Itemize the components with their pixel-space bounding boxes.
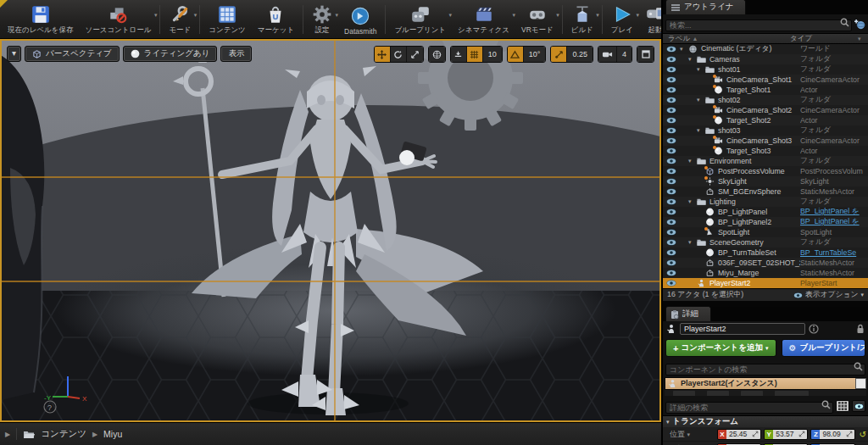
visibility-eye-icon[interactable]: [663, 86, 680, 93]
axis-value[interactable]: 53.57: [773, 429, 798, 440]
outliner-row-spotlight[interactable]: SpotLightSpotLight: [663, 227, 868, 237]
add-component-button[interactable]: +コンポーネントを追加▾: [665, 339, 776, 357]
outliner-row-playerstart2[interactable]: PlayerStart2PlayerStart: [663, 278, 868, 288]
toolbar-button-settings[interactable]: ▾設定: [306, 2, 338, 37]
toolbar-button-scc[interactable]: ▾ソースコントロール: [80, 2, 158, 37]
outliner-row-environment[interactable]: ▾Environmentフォルダ: [663, 156, 868, 166]
visibility-eye-icon[interactable]: [663, 168, 680, 175]
visibility-eye-icon[interactable]: [663, 209, 680, 215]
toolbar-button-vr[interactable]: ▾VRモード: [515, 2, 559, 37]
column-label[interactable]: ラベル: [668, 34, 690, 42]
outliner-row-target_shot3[interactable]: Target_Shot3Actor: [663, 146, 868, 156]
maximize-viewport-button[interactable]: [637, 47, 654, 62]
caret-down-icon[interactable]: ▾: [556, 12, 559, 19]
visibility-eye-icon[interactable]: [663, 46, 680, 53]
outliner-row-target_shot2[interactable]: Target_Shot2Actor: [663, 115, 868, 125]
visibility-eye-icon[interactable]: [663, 97, 680, 103]
expand-arrow-icon[interactable]: ▾: [688, 56, 696, 63]
outliner-row-target_shot1[interactable]: Target_Shot1Actor: [663, 85, 868, 95]
toolbar-button-datasmith[interactable]: Datasmith: [338, 2, 382, 37]
rotation-snap-button[interactable]: [508, 47, 524, 62]
grid-snap-button[interactable]: [467, 47, 483, 62]
axis-y-field[interactable]: Y53.57: [764, 429, 808, 440]
transform-section-header[interactable]: ▾トランスフォーム: [663, 415, 868, 427]
view-options-button[interactable]: 表示オプション▾: [793, 290, 864, 300]
breadcrumb-content[interactable]: コンテンツ: [41, 428, 86, 440]
visibility-eye-icon[interactable]: [663, 137, 680, 144]
expand-arrow-icon[interactable]: ▶: [5, 431, 10, 438]
drag-handle-icon[interactable]: [752, 429, 760, 440]
viewport-canvas[interactable]: -Y X ?: [2, 41, 659, 420]
tab-details[interactable]: 詳細: [665, 306, 711, 321]
axis-x-field[interactable]: X25.45: [717, 429, 761, 440]
visibility-eye-icon[interactable]: [663, 198, 680, 205]
tab-outliner[interactable]: アウトライナ: [665, 0, 746, 14]
actor-name-input[interactable]: [680, 323, 805, 335]
expand-arrow-icon[interactable]: ▾: [688, 158, 696, 164]
lock-icon[interactable]: [856, 324, 865, 334]
visibility-eye-icon[interactable]: [663, 127, 680, 134]
outliner-row-cinecamera_shot1[interactable]: CineCamera_Shot1CineCameraActor: [663, 75, 868, 85]
visibility-eye-icon[interactable]: [663, 178, 680, 185]
camera-speed-icon[interactable]: [598, 47, 617, 62]
perspective-button[interactable]: パースペクティブ: [25, 46, 120, 62]
blueprint-script-button[interactable]: ⚙ブループリント/スク: [782, 339, 865, 357]
outliner-row-shot01[interactable]: ▾shot01フォルダ: [663, 64, 868, 75]
toolbar-button-save[interactable]: 現在のレベルを保存: [2, 2, 80, 37]
drag-handle-icon[interactable]: [798, 429, 807, 440]
outliner-row-shot03[interactable]: ▾shot03フォルダ: [663, 125, 868, 136]
outliner-row-postprocessvolume[interactable]: PostProcessVolumePostProcessVolum: [663, 166, 868, 176]
outliner-row-miyu_marge[interactable]: Miyu_MargeStaticMeshActor: [663, 268, 868, 278]
breadcrumb-folder[interactable]: Miyu: [103, 429, 122, 439]
outliner-row-sm_bgenvsphere[interactable]: SM_BGEnvSphereStaticMeshActor: [663, 186, 868, 197]
show-button[interactable]: 表示: [220, 46, 252, 62]
expand-arrow-icon[interactable]: ▾: [688, 198, 696, 205]
caret-down-icon[interactable]: ▾: [154, 12, 158, 19]
caret-down-icon[interactable]: ▾: [596, 12, 599, 19]
visibility-eye-icon[interactable]: [663, 117, 680, 124]
viewport[interactable]: -Y X ? ▾ パースペクティブ ライティングあり 表示: [0, 39, 661, 422]
visibility-eye-icon[interactable]: [663, 66, 680, 73]
component-instance-row[interactable]: PlayerStart2(インスタンス): [665, 377, 866, 390]
property-matrix-button[interactable]: [836, 400, 849, 412]
viewport-options-button[interactable]: ▾: [7, 46, 21, 62]
visibility-eye-icon[interactable]: [663, 259, 680, 266]
visibility-eye-icon[interactable]: [663, 249, 680, 256]
actor-type-link[interactable]: BP_TurnTableSe: [800, 248, 868, 257]
reset-to-default-button[interactable]: ↺: [860, 430, 866, 439]
expand-arrow-icon[interactable]: ▾: [697, 127, 704, 134]
expand-arrow-icon[interactable]: ▾: [697, 97, 704, 103]
axis-value[interactable]: 98.09: [820, 429, 845, 440]
axis-value[interactable]: 25.45: [726, 429, 752, 440]
visibility-eye-icon[interactable]: [663, 147, 680, 154]
scroll-handle[interactable]: [855, 378, 866, 389]
toolbar-button-modes[interactable]: ▾モード: [163, 2, 197, 37]
info-icon[interactable]: [809, 324, 819, 334]
outliner-search-input[interactable]: [665, 19, 852, 31]
visibility-eye-icon[interactable]: [663, 280, 680, 286]
outliner-row-bp_turntableset[interactable]: BP_TurnTableSetBP_TurnTableSe: [663, 248, 868, 258]
outliner-row-cinecamera_shot2[interactable]: CineCamera_Shot2CineCameraActor: [663, 105, 868, 115]
actor-type-link[interactable]: BP_LightPanel を: [800, 217, 868, 227]
visibility-eye-icon[interactable]: [663, 56, 680, 63]
rotate-tool-button[interactable]: [391, 47, 407, 62]
toolbar-button-content[interactable]: コンテンツ: [203, 2, 252, 37]
toolbar-button-blueprint[interactable]: ▾ブループリント: [388, 2, 452, 37]
surface-snap-button[interactable]: [451, 47, 467, 62]
world-coord-button[interactable]: [429, 47, 445, 62]
outliner-row-skylight[interactable]: SkyLightSkyLight: [663, 176, 868, 186]
display-filter-button[interactable]: [852, 400, 865, 412]
transform-row-label[interactable]: 位置 ▾: [670, 429, 717, 440]
toolbar-button-market[interactable]: マーケット: [252, 2, 300, 37]
outliner-row-bp_lightpanel2[interactable]: BP_LightPanel2BP_LightPanel を: [663, 217, 868, 227]
column-type[interactable]: タイプ: [790, 34, 812, 42]
toolbar-button-play[interactable]: ▾プレイ: [605, 2, 639, 37]
outliner-row-cameras[interactable]: ▾Camerasフォルダ: [663, 54, 868, 64]
drag-handle-icon[interactable]: [846, 429, 854, 440]
visibility-eye-icon[interactable]: [663, 158, 680, 164]
outliner-row-cinecamera_shot3[interactable]: CineCamera_Shot3CineCameraActor: [663, 136, 868, 146]
translate-tool-button[interactable]: [375, 47, 391, 62]
toolbar-button-cinematics[interactable]: ▾シネマティクス: [452, 2, 515, 37]
axis-z-field[interactable]: Z98.09: [810, 429, 854, 440]
visibility-eye-icon[interactable]: [663, 188, 680, 195]
